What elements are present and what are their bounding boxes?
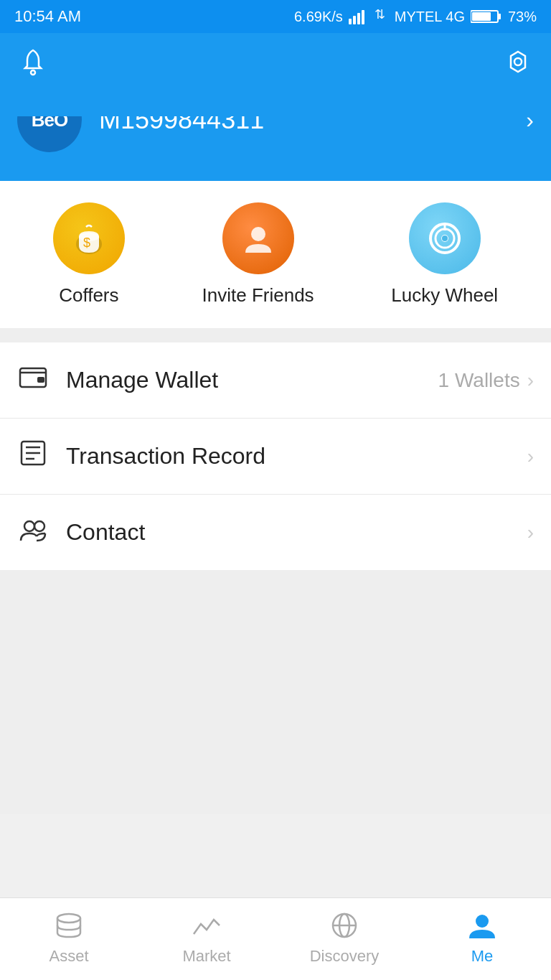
transaction-icon <box>17 440 49 472</box>
svg-rect-1 <box>353 16 356 24</box>
me-icon <box>466 910 498 941</box>
contact-chevron: › <box>527 521 534 544</box>
svg-point-30 <box>476 915 489 928</box>
carrier: MYTEL 4G <box>395 9 465 25</box>
menu-section: Manage Wallet 1 Wallets › Transaction Re… <box>0 342 551 570</box>
contact-right: › <box>527 521 534 544</box>
nav-item-asset[interactable]: Asset <box>0 910 138 966</box>
svg-point-25 <box>34 521 44 531</box>
feature-coffers[interactable]: $ Coffers <box>53 202 125 307</box>
coffers-label: Coffers <box>59 284 118 307</box>
svg-rect-19 <box>37 377 44 383</box>
status-time: 10:54 AM <box>14 7 81 26</box>
menu-item-contact[interactable]: Contact › <box>0 495 551 570</box>
contact-icon <box>17 516 49 549</box>
gray-fill-area <box>0 570 551 814</box>
wallet-icon <box>17 364 49 396</box>
svg-text:⇅: ⇅ <box>375 9 385 22</box>
me-label: Me <box>471 947 494 966</box>
battery-percent: 73% <box>508 9 537 25</box>
contact-label: Contact <box>66 519 145 546</box>
settings-icon[interactable] <box>502 46 534 80</box>
svg-rect-3 <box>362 10 364 24</box>
svg-point-13 <box>251 227 265 241</box>
market-icon <box>191 910 222 941</box>
market-label: Market <box>182 947 230 966</box>
status-bar: 10:54 AM 6.69K/s ⇅ MYTEL 4G 73% <box>0 0 551 33</box>
svg-point-24 <box>24 521 34 531</box>
feature-lucky[interactable]: Lucky Wheel <box>391 202 498 307</box>
svg-point-17 <box>442 235 448 241</box>
nav-item-discovery[interactable]: Discovery <box>276 910 413 966</box>
invite-label: Invite Friends <box>202 284 314 307</box>
lucky-label: Lucky Wheel <box>391 284 498 307</box>
data-arrows-icon: ⇅ <box>375 9 389 24</box>
svg-point-9 <box>514 58 522 65</box>
transaction-chevron: › <box>527 445 534 468</box>
menu-item-manage-wallet[interactable]: Manage Wallet 1 Wallets › <box>0 342 551 419</box>
network-speed: 6.69K/s <box>294 9 343 25</box>
coffers-icon-bg: $ <box>53 202 125 274</box>
bottom-nav: Asset Market Discovery Me <box>0 897 551 980</box>
asset-icon <box>53 910 85 941</box>
svg-point-26 <box>57 914 80 923</box>
battery-icon <box>471 9 502 24</box>
wallet-label: Manage Wallet <box>66 367 218 393</box>
svg-text:$: $ <box>83 235 90 250</box>
wallet-chevron: › <box>527 369 534 392</box>
lucky-icon-bg <box>409 202 481 274</box>
menu-item-left-wallet: Manage Wallet <box>17 364 218 396</box>
menu-item-left-contact: Contact <box>17 516 145 549</box>
transaction-right: › <box>527 445 534 468</box>
asset-label: Asset <box>49 947 88 966</box>
svg-rect-0 <box>349 19 352 24</box>
status-right: 6.69K/s ⇅ MYTEL 4G 73% <box>294 9 537 25</box>
discovery-icon <box>329 910 360 941</box>
svg-rect-7 <box>472 12 491 21</box>
feature-invite[interactable]: Invite Friends <box>202 202 314 307</box>
signal-icon <box>349 9 369 24</box>
nav-item-market[interactable]: Market <box>138 910 276 966</box>
menu-item-left-transaction: Transaction Record <box>17 440 265 472</box>
transaction-label: Transaction Record <box>66 443 265 470</box>
menu-item-transaction[interactable]: Transaction Record › <box>0 419 551 495</box>
section-divider <box>0 328 551 342</box>
nav-item-me[interactable]: Me <box>413 910 551 966</box>
invite-icon-bg <box>222 202 294 274</box>
features-section: $ Coffers Invite Friends Lu <box>0 181 551 328</box>
wallet-right: 1 Wallets › <box>438 369 534 392</box>
wallet-count: 1 Wallets <box>438 369 520 392</box>
svg-point-8 <box>31 70 35 75</box>
svg-rect-6 <box>498 14 501 19</box>
discovery-label: Discovery <box>310 947 380 966</box>
svg-rect-2 <box>357 13 360 24</box>
notification-bell[interactable] <box>17 46 49 80</box>
